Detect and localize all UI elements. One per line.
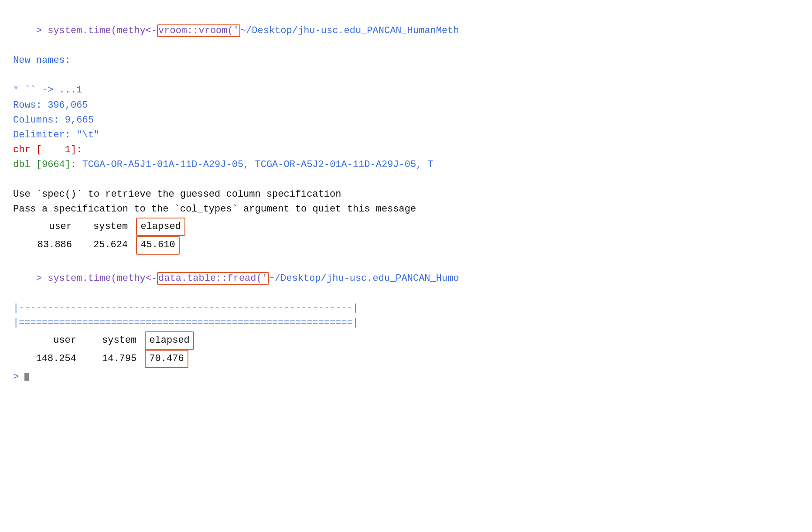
line-dbl: dbl [9664]: TCGA-OR-A5J1-01A-11D-A29J-05… (13, 157, 799, 172)
val-elapsed-2-box: 70.476 (145, 350, 188, 368)
col-system-header-1: system (78, 219, 128, 234)
prompt-2: > (36, 273, 48, 284)
line-chr: chr [ 1]: (13, 143, 799, 157)
timing-table-2: user system elapsed 148.254 14.795 70.47… (26, 331, 799, 368)
progress-bar-empty: |---------------------------------------… (13, 301, 799, 316)
line-command-2: > system.time(methy<-data.table::fread('… (13, 256, 799, 301)
line-new-names: New names: (13, 53, 799, 68)
path-1: ~/Desktop/jhu-usc.edu_PANCAN_HumanMeth (240, 25, 459, 36)
line-rows: Rows: 396,065 (13, 98, 799, 113)
code-1: system.time(methy<- (48, 25, 157, 36)
col-elapsed-header-2-box: elapsed (145, 331, 194, 350)
line-spec: Use `spec()` to retrieve the guessed col… (13, 187, 799, 202)
code-2: system.time(methy<- (48, 273, 157, 284)
line-1: > system.time(methy<-vroom::vroom('~/Des… (13, 9, 799, 53)
path-2: ~/Desktop/jhu-usc.edu_PANCAN_Humo (269, 273, 459, 284)
line-blank-1 (13, 68, 799, 83)
fread-highlight: data.table::fread(' (157, 272, 269, 285)
val-system-1: 25.624 (78, 238, 128, 252)
col-elapsed-header-1-box: elapsed (136, 218, 185, 236)
col-user-header-2: user (26, 333, 76, 348)
col-system-header-2: system (82, 333, 136, 348)
val-user-1: 83.886 (26, 238, 72, 252)
line-columns: Columns: 9,665 (13, 113, 799, 128)
val-system-2: 14.795 (82, 351, 136, 366)
timing-header-1: user system elapsed (26, 218, 799, 236)
console-output: > system.time(methy<-vroom::vroom('~/Des… (13, 9, 799, 385)
timing-header-2: user system elapsed (26, 331, 799, 350)
timing-values-2: 148.254 14.795 70.476 (26, 350, 799, 368)
line-blank-2 (13, 172, 799, 187)
progress-bar-full: |=======================================… (13, 316, 799, 331)
val-elapsed-1-box: 45.610 (136, 236, 179, 254)
timing-values-1: 83.886 25.624 45.610 (26, 236, 799, 254)
prompt-1: > (36, 25, 48, 36)
timing-table-1: user system elapsed 83.886 25.624 45.610 (26, 218, 799, 254)
col-user-header-1: user (26, 219, 72, 234)
line-delimiter: Delimiter: "\t" (13, 128, 799, 143)
line-rename: * `` -> ...1 (13, 83, 799, 98)
val-user-2: 148.254 (26, 351, 76, 366)
line-pass-spec: Pass a specification to the `col_types` … (13, 202, 799, 217)
final-prompt: > (13, 370, 799, 385)
vroom-highlight: vroom::vroom(' (157, 24, 240, 37)
